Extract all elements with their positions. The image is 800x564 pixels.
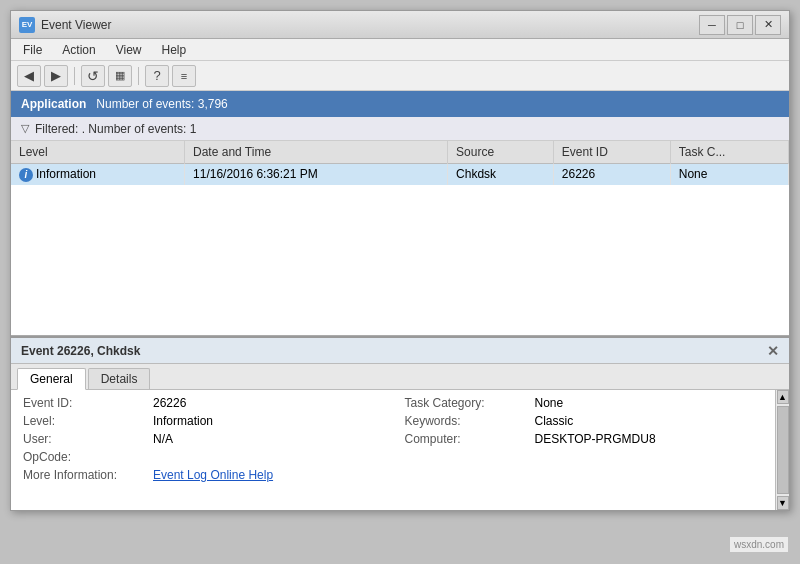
detail-grid: Event ID: 26226 Task Category: None Leve…: [23, 396, 777, 482]
scroll-up-button[interactable]: ▲: [777, 390, 789, 404]
refresh-button[interactable]: ↺: [81, 65, 105, 87]
user-label: User:: [23, 432, 143, 446]
toolbar-separator-1: [74, 67, 75, 85]
opcode-label: OpCode:: [23, 450, 143, 464]
toolbar-separator-2: [138, 67, 139, 85]
watermark: wsxdn.com: [730, 537, 788, 552]
col-eventid[interactable]: Event ID: [553, 141, 670, 164]
filter-icon: ▽: [21, 122, 29, 135]
level-label: Level:: [23, 414, 143, 428]
cell-datetime: 11/16/2016 6:36:21 PM: [185, 164, 448, 185]
cell-level: iInformation: [11, 164, 185, 185]
table-container[interactable]: Level Date and Time Source Event ID Task…: [11, 141, 789, 336]
app-icon: EV: [19, 17, 35, 33]
level-text: Information: [36, 167, 96, 181]
close-button[interactable]: ✕: [755, 15, 781, 35]
keywords-label: Keywords:: [404, 414, 524, 428]
columns-button[interactable]: ≡: [172, 65, 196, 87]
more-info-label: More Information:: [23, 468, 143, 482]
app-header-count: Number of events: 3,796: [96, 97, 227, 111]
detail-header: Event 26226, Chkdsk ✕: [11, 338, 789, 364]
cell-eventid: 26226: [553, 164, 670, 185]
menu-file[interactable]: File: [15, 41, 50, 59]
event-log-online-help-link[interactable]: Event Log Online Help: [153, 468, 394, 482]
detail-close-button[interactable]: ✕: [767, 343, 779, 359]
title-bar: EV Event Viewer ─ □ ✕: [11, 11, 789, 39]
level-value: Information: [153, 414, 394, 428]
event-id-label: Event ID:: [23, 396, 143, 410]
col-taskcategory[interactable]: Task C...: [670, 141, 788, 164]
filter-text: Filtered: . Number of events: 1: [35, 122, 196, 136]
forward-button[interactable]: ▶: [44, 65, 68, 87]
properties-button[interactable]: ▦: [108, 65, 132, 87]
menu-action[interactable]: Action: [54, 41, 103, 59]
event-id-value: 26226: [153, 396, 394, 410]
menu-help[interactable]: Help: [154, 41, 195, 59]
task-category-label: Task Category:: [404, 396, 524, 410]
event-table: Level Date and Time Source Event ID Task…: [11, 141, 789, 185]
tab-general[interactable]: General: [17, 368, 86, 390]
cell-source: Chkdsk: [448, 164, 554, 185]
table-header-row: Level Date and Time Source Event ID Task…: [11, 141, 789, 164]
computer-value: DESKTOP-PRGMDU8: [534, 432, 777, 446]
info-icon: i: [19, 168, 33, 182]
tab-details[interactable]: Details: [88, 368, 151, 389]
col-datetime[interactable]: Date and Time: [185, 141, 448, 164]
filter-bar: ▽ Filtered: . Number of events: 1: [11, 117, 789, 141]
menu-bar: File Action View Help: [11, 39, 789, 61]
computer-label: Computer:: [404, 432, 524, 446]
detail-title: Event 26226, Chkdsk: [21, 344, 140, 358]
col-level[interactable]: Level: [11, 141, 185, 164]
window-controls: ─ □ ✕: [699, 15, 781, 35]
detail-content: Event ID: 26226 Task Category: None Leve…: [11, 390, 789, 510]
toolbar: ◀ ▶ ↺ ▦ ? ≡: [11, 61, 789, 91]
detail-tabs: General Details: [11, 364, 789, 390]
table-row[interactable]: iInformation 11/16/2016 6:36:21 PM Chkds…: [11, 164, 789, 185]
main-window: EV Event Viewer ─ □ ✕ File Action View H…: [10, 10, 790, 511]
scroll-down-button[interactable]: ▼: [777, 496, 789, 510]
back-button[interactable]: ◀: [17, 65, 41, 87]
col-source[interactable]: Source: [448, 141, 554, 164]
window-title: Event Viewer: [41, 18, 111, 32]
menu-view[interactable]: View: [108, 41, 150, 59]
minimize-button[interactable]: ─: [699, 15, 725, 35]
keywords-value: Classic: [534, 414, 777, 428]
detail-scrollbar[interactable]: ▲ ▼: [775, 390, 789, 510]
user-value: N/A: [153, 432, 394, 446]
maximize-button[interactable]: □: [727, 15, 753, 35]
opcode-value: [153, 450, 394, 464]
app-header-label: Application: [21, 97, 86, 111]
title-left: EV Event Viewer: [19, 17, 111, 33]
task-category-value: None: [534, 396, 777, 410]
detail-panel: Event 26226, Chkdsk ✕ General Details Ev…: [11, 336, 789, 510]
app-header: Application Number of events: 3,796: [11, 91, 789, 117]
help-button[interactable]: ?: [145, 65, 169, 87]
scroll-thumb[interactable]: [777, 406, 789, 494]
cell-taskcategory: None: [670, 164, 788, 185]
